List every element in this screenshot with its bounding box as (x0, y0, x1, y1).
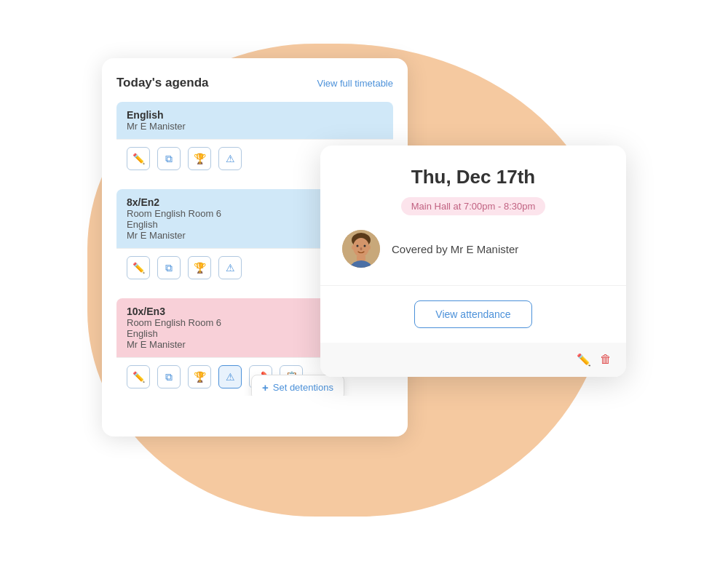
award-icon-3[interactable]: 🏆 (188, 365, 211, 388)
copy-icon-2[interactable]: ⧉ (157, 256, 181, 279)
copy-icon-1[interactable]: ⧉ (157, 147, 181, 170)
copy-icon-3[interactable]: ⧉ (157, 365, 181, 388)
detail-teacher-name: Covered by Mr E Manister (392, 243, 518, 255)
svg-point-7 (368, 245, 371, 250)
edit-icon-3[interactable]: ✏️ (127, 365, 150, 388)
award-icon-1[interactable]: 🏆 (188, 147, 211, 170)
detail-location-badge: Main Hall at 7:00pm - 8:30pm (401, 197, 546, 215)
view-timetable-link[interactable]: View full timetable (317, 78, 393, 89)
svg-point-3 (357, 245, 359, 247)
edit-icon-2[interactable]: ✏️ (127, 256, 150, 279)
svg-point-6 (352, 245, 355, 250)
agenda-title: Today's agenda (116, 76, 209, 90)
edit-icon-1[interactable]: ✏️ (127, 147, 150, 170)
alert-icon-3[interactable]: ⚠ (218, 365, 242, 388)
tooltip-plus-icon: + (262, 381, 269, 394)
alert-icon-2[interactable]: ⚠ (218, 256, 242, 279)
svg-point-4 (364, 245, 366, 247)
detail-teacher-row: Covered by Mr E Manister (342, 230, 604, 268)
award-icon-2[interactable]: 🏆 (188, 256, 211, 279)
tooltip-label: Set detentions (273, 382, 333, 393)
detail-card-body: Thu, Dec 17th Main Hall at 7:00pm - 8:30… (320, 146, 626, 285)
delete-icon-footer[interactable]: 🗑 (600, 353, 612, 367)
lesson-1-teacher: Mr E Manister (127, 121, 383, 132)
detail-date: Thu, Dec 17th (342, 166, 604, 188)
detail-card: Thu, Dec 17th Main Hall at 7:00pm - 8:30… (320, 146, 626, 377)
alert-icon-1[interactable]: ⚠ (218, 147, 242, 170)
lesson-1-header: English Mr E Manister (116, 102, 393, 139)
detail-footer: ✏️ 🗑 (320, 343, 626, 377)
set-detentions-tooltip[interactable]: + Set detentions (251, 375, 344, 396)
svg-point-5 (360, 247, 363, 250)
avatar (342, 230, 380, 268)
lesson-1-name: English (127, 109, 383, 121)
detail-action-section: View attendance (320, 286, 626, 343)
view-attendance-button[interactable]: View attendance (414, 300, 531, 328)
edit-icon-footer[interactable]: ✏️ (577, 353, 591, 367)
scene: Today's agenda View full timetable Engli… (102, 44, 655, 524)
agenda-header: Today's agenda View full timetable (116, 76, 393, 90)
